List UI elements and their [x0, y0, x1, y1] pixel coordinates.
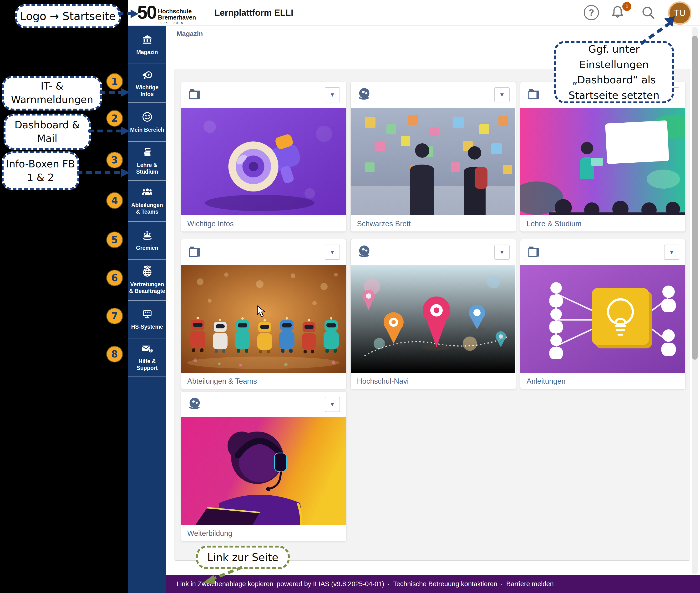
card-title[interactable]: Hochschul-Navi: [357, 377, 409, 386]
card-title[interactable]: Lehre & Studium: [526, 220, 582, 228]
annotation-number-8: 8: [106, 346, 123, 362]
card-weiterbildung: ▼ Weiterbildung: [181, 391, 346, 541]
annotation-number-7: 7: [106, 308, 123, 324]
annotation-settings-callout: Ggf. unter Einstellungen „Dashboard“ als…: [554, 41, 674, 103]
card-lehre-studium: ▼ Lehre & Studium: [520, 82, 686, 232]
footer-support-link[interactable]: Technische Betreuung kontaktieren: [393, 580, 497, 588]
card-actions-dropdown[interactable]: ▼: [325, 87, 340, 103]
card-image-sticky-notes: [351, 108, 515, 215]
megaphone-icon: [141, 69, 153, 81]
scrollbar-thumb[interactable]: [692, 36, 698, 360]
annotation-number-1: 1: [106, 73, 123, 90]
university-logo[interactable]: 50 Hochschule Bremerhaven 1975 - 2025: [137, 2, 196, 25]
bank-icon: [142, 34, 153, 46]
sidebar-item-lehre-studium[interactable]: Lehre & Studium: [128, 142, 166, 181]
folder-icon: [526, 87, 541, 103]
annotation-arrow-to-footer-link: [200, 566, 246, 584]
books-icon: [141, 147, 153, 159]
footer-bar: Link in Zwischenablage kopieren powered …: [166, 575, 700, 593]
annotation-dashboard-callout: Dashboard & Mail: [4, 114, 91, 150]
weblink-icon: [187, 397, 202, 412]
card-title[interactable]: Wichtige Infos: [187, 220, 234, 228]
annotation-number-2: 2: [106, 110, 123, 127]
committee-icon: [141, 230, 153, 242]
folder-icon: [187, 244, 202, 260]
card-schwarzes-brett: ▼ Schwarzes Brett: [351, 82, 516, 232]
card-title[interactable]: Weiterbildung: [187, 529, 232, 538]
sidebar-item-label: Gremien: [135, 245, 159, 251]
sidebar-item-label: Mein Bereich: [129, 126, 165, 133]
card-image-presentation: [520, 108, 685, 215]
logo-line1: Hochschule: [158, 8, 196, 14]
annotation-number-3: 3: [106, 152, 123, 168]
sidebar-item-hs-systeme[interactable]: *** HS-Systeme: [128, 301, 166, 339]
annotation-logo-callout: Logo → Startseite: [15, 4, 121, 28]
sidebar-item-label: Wichtige Infos: [128, 84, 166, 97]
sidebar-item-label: Lehre & Studium: [128, 162, 166, 175]
svg-text:***: ***: [144, 311, 150, 315]
weblink-icon: [357, 244, 372, 260]
annotation-it-callout: IT- & Warnmeldungen: [2, 76, 102, 111]
smiley-icon: [142, 111, 153, 124]
card-image-map-pins: [351, 265, 515, 373]
annotation-infobox-callout: Info-Boxen FB 1 & 2: [2, 152, 79, 190]
card-title[interactable]: Anleitungen: [526, 377, 566, 386]
sidebar-item-wichtige-infos[interactable]: Wichtige Infos: [128, 64, 166, 103]
card-actions-dropdown[interactable]: ▼: [494, 87, 510, 103]
weblink-icon: [357, 87, 372, 103]
annotation-number-6: 6: [106, 270, 123, 286]
card-image-lightbulb-network: [520, 265, 685, 373]
card-anleitungen: ▼ Anleitungen: [520, 239, 686, 389]
main-navigation-sidebar: Magazin Wichtige Infos Mein Bereich Lehr…: [128, 26, 166, 593]
card-wichtige-infos: ▼ Wichtige Infos: [181, 82, 346, 232]
card-title[interactable]: Abteilungen & Teams: [187, 377, 257, 386]
folder-icon: [187, 87, 202, 103]
logo-50-mark: 50: [137, 2, 156, 23]
monitor-icon: ***: [141, 309, 153, 321]
sidebar-item-label: Abteilungen & Teams: [128, 202, 166, 215]
card-actions-dropdown[interactable]: ▼: [325, 245, 340, 260]
logo-years: 1975 - 2025: [158, 21, 196, 25]
annotation-arrow-to-logo: [118, 7, 139, 21]
logo-line2: Bremerhaven: [158, 14, 196, 21]
sidebar-item-label: Vertretungen & Beauftragte: [128, 281, 166, 294]
card-image-robots: [181, 265, 346, 373]
footer-accessibility-link[interactable]: Barriere melden: [506, 580, 554, 588]
card-actions-dropdown[interactable]: ▼: [494, 245, 510, 260]
card-image-headphones-person: [181, 417, 346, 525]
sidebar-item-label: Magazin: [135, 49, 159, 55]
page-title: Lernplattform ELLI: [214, 8, 293, 18]
folder-icon: [526, 244, 541, 260]
help-icon[interactable]: ?: [584, 5, 599, 20]
card-actions-dropdown[interactable]: ▼: [325, 397, 340, 412]
breadcrumb-bar: Magazin: [166, 26, 700, 42]
card-title[interactable]: Schwarzes Brett: [357, 220, 411, 228]
notification-count-badge: 1: [622, 2, 631, 11]
sidebar-item-hilfe-support[interactable]: ? Hilfe & Support: [128, 339, 166, 377]
breadcrumb-magazin[interactable]: Magazin: [177, 30, 203, 38]
sidebar-item-label: HS-Systeme: [130, 323, 164, 330]
people-icon: [141, 187, 153, 199]
annotation-arrow-3: [76, 166, 130, 179]
annotation-number-4: 4: [106, 192, 123, 209]
card-actions-dropdown[interactable]: ▼: [664, 245, 679, 260]
annotation-number-5: 5: [106, 232, 123, 248]
footer-powered-by: powered by ILIAS (v9.8 2025-04-01): [277, 580, 384, 588]
svg-text:?: ?: [150, 348, 152, 352]
globe-people-icon: [142, 265, 153, 278]
sidebar-item-magazin[interactable]: Magazin: [128, 26, 166, 64]
sidebar-item-label: Hilfe & Support: [128, 358, 166, 371]
annotation-arrow-to-avatar: [634, 14, 679, 45]
screenshot-stage: 50 Hochschule Bremerhaven 1975 - 2025 Le…: [0, 0, 700, 593]
footer-separator: ·: [388, 580, 390, 588]
annotation-arrow-2: [88, 125, 130, 137]
card-image-megaphone: [181, 108, 346, 215]
mail-question-icon: ?: [141, 344, 154, 355]
sidebar-item-abteilungen-teams[interactable]: Abteilungen & Teams: [128, 181, 166, 222]
sidebar-item-gremien[interactable]: Gremien: [128, 222, 166, 260]
sidebar-item-mein-bereich[interactable]: Mein Bereich: [128, 103, 166, 142]
footer-separator: ·: [501, 580, 503, 588]
card-hochschul-navi: ▼ Hochschul-Navi: [351, 239, 516, 389]
sidebar-item-vertretungen-beauftragte[interactable]: Vertretungen & Beauftragte: [128, 260, 166, 301]
mouse-cursor: [256, 305, 267, 318]
